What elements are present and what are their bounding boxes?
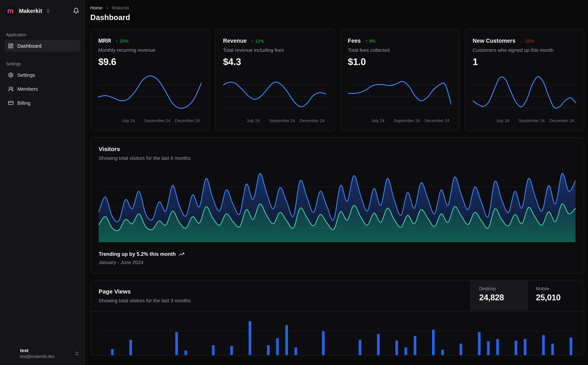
sidebar: m Makerkit Application Dashboard Setting…: [0, 0, 85, 365]
gear-icon: [8, 72, 14, 78]
stat-value: $1.0: [348, 56, 451, 67]
revenue-sparkline-chart: [223, 72, 326, 114]
user-email: test@makerkit.dev: [20, 354, 55, 358]
visitors-date-range: January - June 2024: [99, 260, 576, 265]
trend-badge: ↑9%: [365, 39, 376, 44]
stat-title: Fees: [348, 37, 361, 44]
stat-value: 1: [473, 56, 576, 67]
user-avatar: [5, 348, 17, 359]
main-content: Home Makerkit Dashboard MRR ↑20% Monthly…: [85, 0, 588, 365]
sidebar-item-label: Settings: [17, 72, 35, 78]
stat-cards-row: MRR ↑20% Monthly recurring revenue $9.6 …: [90, 29, 584, 131]
visitors-trend: Trending up by 5.2% this month: [99, 251, 576, 257]
sidebar-section-application: Application: [6, 32, 79, 37]
breadcrumb-current: Makerkit: [112, 5, 129, 11]
chevrons-up-down-icon: [46, 8, 51, 13]
stat-card-revenue: Revenue ↑12% Total revenue including fee…: [215, 29, 335, 131]
notifications-bell-icon[interactable]: [73, 8, 79, 14]
sidebar-item-dashboard[interactable]: Dashboard: [5, 40, 80, 52]
users-icon: [8, 86, 14, 92]
visitors-card: Visitors Showing total visitors for the …: [90, 137, 584, 274]
trending-up-icon: [179, 251, 184, 257]
stat-value: $4.3: [223, 56, 327, 67]
app-name: Makerkit: [19, 8, 42, 14]
workspace-selector[interactable]: m Makerkit: [5, 5, 80, 17]
page-views-title: Page Views: [99, 288, 463, 295]
x-axis-labels: July 24September 24December 24: [473, 118, 576, 124]
page-views-bar-chart: [99, 314, 575, 355]
page-views-card: Page Views Showing total visitors for th…: [90, 280, 584, 356]
tab-mobile[interactable]: Mobile 25,010: [527, 280, 584, 311]
breadcrumb: Home Makerkit: [90, 5, 584, 11]
page-views-subtitle: Showing total visitors for the last 3 mo…: [99, 298, 463, 303]
trend-badge: ↓-25%: [520, 39, 534, 44]
stat-value: $9.6: [98, 56, 202, 67]
x-axis-labels: July 24September 24December 24: [348, 118, 451, 124]
stat-subtitle: Total revenue including fees: [223, 47, 327, 53]
trend-badge: ↑12%: [251, 39, 264, 44]
stat-title: New Customers: [473, 37, 516, 44]
sidebar-section-settings: Settings: [6, 62, 79, 66]
stat-title: MRR: [98, 37, 111, 44]
mobile-total: 25,010: [536, 293, 584, 303]
sidebar-item-billing[interactable]: Billing: [5, 97, 80, 109]
mrr-sparkline-chart: [98, 72, 201, 114]
user-name: test: [20, 348, 55, 353]
stat-title: Revenue: [223, 37, 247, 44]
tab-desktop[interactable]: Desktop 24,828: [470, 280, 527, 311]
user-menu[interactable]: test test@makerkit.dev: [5, 346, 80, 360]
stat-subtitle: Total fees collected: [348, 47, 451, 53]
trend-badge: ↑20%: [116, 39, 129, 44]
new-customers-sparkline-chart: [473, 72, 576, 114]
chevron-right-icon: [105, 6, 109, 10]
visitors-area-chart: [99, 168, 575, 242]
stat-card-new-customers: New Customers ↓-25% Customers who signed…: [465, 29, 584, 131]
app-logo: m: [5, 6, 15, 16]
breadcrumb-home-link[interactable]: Home: [90, 5, 102, 11]
stat-subtitle: Monthly recurring revenue: [98, 47, 202, 53]
sidebar-item-label: Members: [17, 86, 38, 92]
arrow-up-icon: ↑: [251, 39, 254, 44]
page-title: Dashboard: [90, 13, 584, 22]
fees-sparkline-chart: [348, 72, 451, 114]
sidebar-item-settings[interactable]: Settings: [5, 69, 80, 81]
x-axis-labels: July 24September 24December 24: [223, 118, 327, 124]
credit-card-icon: [8, 100, 14, 106]
visitors-subtitle: Showing total visitors for the last 6 mo…: [99, 155, 576, 161]
x-axis-labels: July 24September 24December 24: [98, 118, 202, 124]
sidebar-item-label: Billing: [17, 100, 30, 106]
chevrons-up-down-icon: [74, 351, 79, 356]
app-window: m Makerkit Application Dashboard Setting…: [0, 0, 588, 365]
arrow-down-icon: ↓: [520, 39, 522, 44]
visitors-title: Visitors: [99, 146, 576, 153]
desktop-total: 24,828: [479, 293, 527, 303]
stat-subtitle: Customers who signed up this month: [473, 47, 576, 53]
sidebar-item-members[interactable]: Members: [5, 83, 80, 95]
dashboard-grid-icon: [8, 43, 14, 49]
stat-card-fees: Fees ↑9% Total fees collected $1.0 July …: [340, 29, 459, 131]
page-views-header: Page Views Showing total visitors for th…: [91, 280, 584, 311]
stat-card-mrr: MRR ↑20% Monthly recurring revenue $9.6 …: [90, 29, 210, 131]
arrow-up-icon: ↑: [116, 39, 118, 44]
arrow-up-icon: ↑: [365, 39, 368, 44]
sidebar-item-label: Dashboard: [17, 43, 41, 49]
